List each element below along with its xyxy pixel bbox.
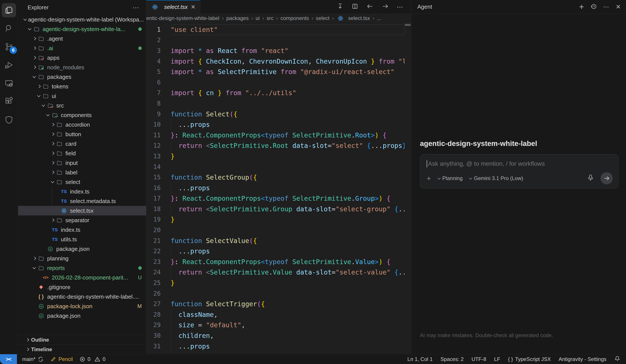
breadcrumb-item[interactable]: components [281, 15, 309, 21]
tree-item-select.tsx[interactable]: select.tsx [18, 206, 146, 216]
agent-input-card[interactable]: Ask anything, @ to mention, / for workfl… [420, 154, 619, 188]
tree-item-reports[interactable]: reports [18, 263, 146, 273]
back-icon[interactable] [366, 3, 374, 11]
code-line-26[interactable]: 26 [146, 288, 404, 299]
tab-select-tsx[interactable]: select.tsx ✕ [146, 0, 200, 13]
microphone-icon[interactable] [587, 174, 594, 183]
code-line-16[interactable]: 16 ...props [146, 183, 404, 193]
breadcrumb-item[interactable]: select [316, 15, 329, 21]
breadcrumb-item[interactable]: packages [226, 15, 249, 21]
forward-icon[interactable] [382, 3, 389, 11]
code-line-1[interactable]: 1"use client" [146, 24, 404, 35]
chevron-down-icon[interactable] [41, 103, 46, 108]
problems-status[interactable]: 0 0 [79, 356, 106, 362]
chevron-right-icon[interactable] [50, 170, 55, 175]
chevron-right-icon[interactable] [32, 55, 37, 61]
code-line-25[interactable]: 25} [146, 278, 404, 288]
code-line-12[interactable]: 12 return <SelectPrimitive.Root data-slo… [146, 141, 404, 151]
tree-item-2026-02-28-component-parit...[interactable]: </>2026-02-28-component-parit...U [18, 273, 146, 282]
extensions-icon[interactable] [2, 94, 16, 109]
code-line-30[interactable]: 30 children, [146, 330, 404, 341]
code-area[interactable]: 1"use client"23import * as React from "r… [146, 23, 411, 354]
tree-item-package.json[interactable]: JSpackage.json [18, 244, 146, 254]
breadcrumb-item[interactable]: src [267, 15, 274, 21]
chevron-right-icon[interactable] [32, 45, 37, 51]
app-settings[interactable]: Antigravity - Settings [559, 356, 606, 362]
indentation[interactable]: Spaces: 2 [440, 356, 464, 362]
breadcrumb-item[interactable]: entic-design-system-white-label [146, 15, 219, 21]
chevron-right-icon[interactable] [32, 256, 37, 261]
section-outline[interactable]: Outline [18, 335, 146, 344]
code-line-9[interactable]: 9function Select({ [146, 109, 404, 119]
code-line-20[interactable]: 20 [146, 225, 404, 235]
tab-close-icon[interactable]: ✕ [191, 4, 196, 10]
tree-item-.gitignore[interactable]: .gitignore [18, 282, 146, 292]
branch-status[interactable]: main* [22, 356, 44, 362]
new-chat-icon[interactable]: + [579, 2, 584, 11]
chevron-down-icon[interactable] [45, 112, 51, 118]
chevron-right-icon[interactable] [50, 160, 55, 166]
section-timeline[interactable]: Timeline [18, 344, 146, 354]
tree-item-accordion[interactable]: accordion [18, 120, 146, 129]
code-line-13[interactable]: 13} [146, 151, 404, 162]
split-editor-icon[interactable] [352, 3, 358, 11]
code-line-17[interactable]: 17}: React.ComponentProps<typeof SelectP… [146, 193, 404, 204]
tree-item-button[interactable]: button [18, 129, 146, 139]
code-line-7[interactable]: 7import { cn } from "../../utils" [146, 88, 404, 98]
code-line-29[interactable]: 29 size = "default", [146, 320, 404, 330]
code-line-28[interactable]: 28 className, [146, 309, 404, 320]
chevron-right-icon[interactable] [50, 141, 55, 146]
send-button[interactable] [601, 172, 613, 184]
cursor-position[interactable]: Ln 1, Col 1 [407, 356, 432, 362]
tree-item-apps[interactable]: apps [18, 53, 146, 63]
code-line-11[interactable]: 11}: React.ComponentProps<typeof SelectP… [146, 130, 404, 141]
tree-item-index.ts[interactable]: TSindex.ts [18, 225, 146, 235]
tree-item-index.ts[interactable]: TSindex.ts [18, 187, 146, 196]
tree-item-separator[interactable]: separator [18, 216, 146, 225]
eol[interactable]: LF [494, 356, 500, 362]
tree-item-package.json[interactable]: JSpackage.json [18, 311, 146, 321]
chevron-right-icon[interactable] [50, 131, 55, 137]
code-line-21[interactable]: 21function SelectValue({ [146, 235, 404, 246]
tree-item-select[interactable]: select [18, 177, 146, 187]
chevron-down-icon[interactable] [32, 74, 37, 80]
encoding[interactable]: UTF-8 [471, 356, 486, 362]
code-line-3[interactable]: 3import * as React from "react" [146, 45, 404, 56]
breadcrumb-item[interactable]: select.tsx [336, 15, 370, 22]
chevron-right-icon[interactable] [50, 122, 55, 127]
code-line-19[interactable]: 19} [146, 214, 404, 225]
security-shield-icon[interactable] [2, 112, 16, 127]
tree-item-card[interactable]: card [18, 139, 146, 148]
search-icon[interactable] [2, 21, 16, 36]
chevron-right-icon[interactable] [36, 84, 42, 89]
chevron-down-icon[interactable] [50, 179, 55, 185]
chevron-down-icon[interactable] [22, 17, 28, 22]
remote-explorer-icon[interactable] [2, 76, 16, 90]
code-line-23[interactable]: 23}: React.ComponentProps<typeof SelectP… [146, 256, 404, 267]
code-line-24[interactable]: 24 return <SelectPrimitive.Value data-sl… [146, 267, 404, 278]
code-line-31[interactable]: 31 ...props [146, 341, 404, 352]
code-line-6[interactable]: 6 [146, 77, 404, 88]
tree-item-utils.ts[interactable]: TSutils.ts [18, 235, 146, 244]
tree-item-select.metadata.ts[interactable]: TSselect.metadata.ts [18, 196, 146, 206]
code-line-2[interactable]: 2 [146, 35, 404, 46]
pencil-status[interactable]: Pencil [50, 356, 73, 362]
tree-item-components[interactable]: </>components [18, 110, 146, 120]
history-icon[interactable] [590, 3, 597, 11]
tree-item-package-lock.json[interactable]: JSpackage-lock.jsonM [18, 301, 146, 311]
scroll-to-bottom-icon[interactable] [337, 3, 344, 11]
language-mode[interactable]: { }TypeScript JSX [508, 356, 551, 362]
code-line-15[interactable]: 15function SelectGroup({ [146, 172, 404, 183]
close-icon[interactable]: ✕ [616, 3, 621, 10]
code-line-22[interactable]: 22 ...props [146, 246, 404, 256]
more-icon[interactable]: ⋯ [397, 3, 404, 11]
code-line-10[interactable]: 10 ...props [146, 119, 404, 130]
bell-icon[interactable] [614, 356, 620, 363]
agent-input-placeholder[interactable]: Ask anything, @ to mention, / for workfl… [428, 160, 545, 167]
attach-icon[interactable]: + [427, 174, 431, 183]
breadcrumb-item[interactable]: ui [256, 15, 260, 21]
code-line-27[interactable]: 27function SelectTrigger({ [146, 299, 404, 309]
explorer-icon[interactable] [2, 3, 16, 17]
chevron-right-icon[interactable] [50, 150, 55, 156]
tree-item-tokens[interactable]: tokens [18, 82, 146, 91]
